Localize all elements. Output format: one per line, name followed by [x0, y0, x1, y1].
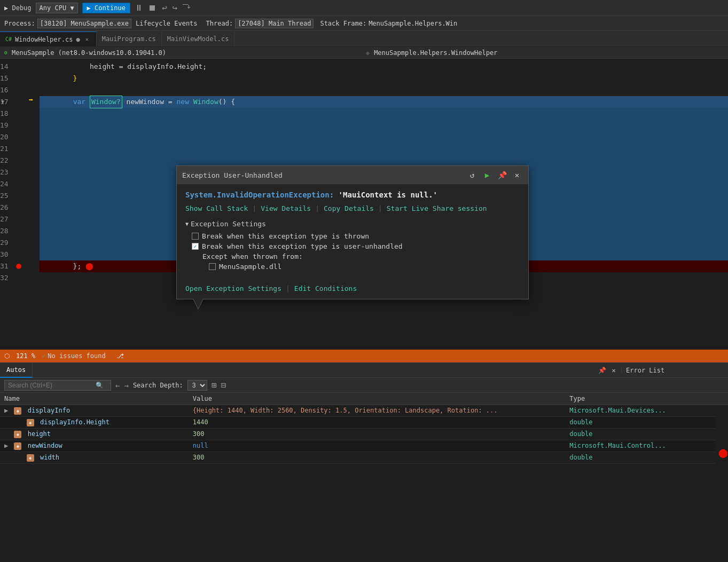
- var-name-height: displayInfo.Height: [40, 418, 109, 426]
- cell-type-height2: double: [565, 428, 716, 440]
- gutter-20: [27, 129, 35, 141]
- panel-pin-btn[interactable]: 📌: [597, 365, 607, 376]
- editor-area: 14 15 16 💡 ▼ 17 18 19 20 21 22 23 24 25 …: [0, 59, 728, 350]
- popup-header: Exception User-Unhandled ↺ ▶ 📌 ✕: [177, 166, 528, 184]
- tab-close-windowhelper[interactable]: ✕: [83, 36, 91, 43]
- nav-bar: ⚙ MenuSapmple (net8.0-windows10.0.19041.…: [0, 47, 728, 59]
- stackframe-label: Stack Frame:: [320, 20, 366, 27]
- breakpoint-31[interactable]: [16, 264, 21, 269]
- expand-arrow-newwindow[interactable]: ▶: [4, 442, 8, 449]
- popup-play-btn[interactable]: ▶: [481, 169, 493, 181]
- tab-label-main: MainViewModel.cs: [167, 35, 229, 43]
- tab-mainviewmodel[interactable]: MainViewModel.cs: [162, 31, 235, 46]
- line-31: 31: [0, 260, 22, 272]
- nav-back-btn[interactable]: ←: [115, 381, 120, 390]
- current-line-arrow: ➡: [29, 96, 33, 104]
- code-line-22: [40, 155, 728, 167]
- debug-icon-status: ⬡: [4, 352, 10, 360]
- error-list-label: Error List: [621, 367, 728, 374]
- gutter-25: [27, 188, 35, 200]
- namespace-selector[interactable]: MenuSapmple (net8.0-windows10.0.19041.0): [12, 49, 362, 57]
- gutter-31: [27, 258, 35, 270]
- gutter-17-arrow: ➡: [27, 94, 35, 106]
- pin-search-btn[interactable]: ⊞: [212, 380, 217, 390]
- popup-body: System.InvalidOperationException: 'MauiC…: [177, 184, 528, 282]
- expand-arrow-height2[interactable]: ▶: [4, 430, 8, 438]
- issues-text: No issues found: [48, 352, 105, 360]
- checkbox1-label: Break when this exception type is thrown: [202, 232, 369, 240]
- popup-pin-btn[interactable]: 📌: [496, 169, 508, 181]
- popup-title: Exception User-Unhandled: [182, 171, 283, 179]
- copy-details-link[interactable]: Copy Details: [324, 204, 374, 212]
- cpu-dropdown[interactable]: Any CPU ▼: [36, 3, 78, 13]
- zoom-level[interactable]: 121 %: [16, 352, 35, 360]
- top-toolbar: ▶ Debug Any CPU ▼ ▶ Continue ⏸ ⏹ ↩ ↪ ⤵: [0, 0, 728, 16]
- gutter-15: [27, 70, 35, 82]
- cell-value-newwindow[interactable]: null: [189, 440, 565, 452]
- triangle-icon: ▼: [185, 221, 189, 227]
- expand-arrow-displayinfo[interactable]: ▶: [4, 407, 8, 414]
- search-depth-select[interactable]: 3 1 2 4 5: [187, 380, 207, 391]
- cell-name-height: ▶ ◈ displayInfo.Height: [0, 416, 189, 428]
- process-select[interactable]: [38120] MenuSapmple.exe: [37, 19, 131, 28]
- exception-links: Show Call Stack | View Details | Copy De…: [185, 204, 520, 212]
- cell-value-width[interactable]: 300: [189, 452, 565, 463]
- gutter-24: [27, 176, 35, 188]
- nav-forward-btn[interactable]: →: [124, 381, 128, 390]
- tabs-bar: C# WindowHelper.cs ● ✕ MauiProgram.cs Ma…: [0, 31, 728, 47]
- git-icon[interactable]: ⎇: [116, 352, 124, 360]
- table-row: ▶ ◈ displayInfo {Height: 1440, Width: 25…: [0, 405, 728, 416]
- gutter: ➡: [27, 59, 35, 350]
- code-line-20: [40, 131, 728, 143]
- col-type: Type: [565, 393, 716, 405]
- line-25: 25: [0, 190, 22, 202]
- cell-name-width: ▶ ◈ width: [0, 452, 189, 463]
- show-callstack-link[interactable]: Show Call Stack: [185, 204, 248, 212]
- checkbox-user-unhandled[interactable]: ✓: [192, 243, 199, 250]
- line-29: 29: [0, 237, 22, 249]
- panel-close-btn[interactable]: ✕: [608, 365, 619, 376]
- open-exception-settings-link[interactable]: Open Exception Settings: [185, 284, 281, 292]
- tab-mauiprogram[interactable]: MauiProgram.cs: [97, 31, 162, 46]
- search-icon[interactable]: 🔍: [96, 382, 104, 389]
- var-icon-height: ◈: [27, 419, 34, 426]
- checkbox-thrown[interactable]: [192, 233, 199, 240]
- exception-popup: Exception User-Unhandled ↺ ▶ 📌 ✕ System.…: [176, 165, 529, 299]
- classname-selector[interactable]: MenuSapmple.Helpers.WindowHelper: [374, 49, 724, 57]
- checkbox-dll[interactable]: [209, 263, 216, 270]
- no-issues: ✓ No issues found: [42, 352, 106, 360]
- thread-select[interactable]: [27048] Main Thread: [235, 19, 314, 28]
- nav-icon: ⚙: [4, 50, 7, 56]
- live-share-link[interactable]: Start Live Share session: [387, 204, 487, 212]
- popup-close-btn[interactable]: ✕: [511, 169, 523, 181]
- cell-value-displayinfo[interactable]: {Height: 1440, Width: 2560, Density: 1.5…: [189, 405, 565, 416]
- panel-tab-autos[interactable]: Autos: [0, 363, 33, 378]
- tab-windowhelper[interactable]: C# WindowHelper.cs ● ✕: [0, 31, 97, 46]
- tab-modified: ●: [76, 36, 80, 43]
- line-22: 22: [0, 155, 22, 167]
- gutter-18: [27, 106, 35, 117]
- expand-arrow-height[interactable]: ▶: [17, 418, 20, 426]
- edit-conditions-link[interactable]: Edit Conditions: [294, 284, 357, 292]
- expand-arrow-17[interactable]: ▼: [1, 96, 4, 108]
- exception-title: System.InvalidOperationException: 'MauiC…: [185, 191, 520, 199]
- lifecycle-btn[interactable]: Lifecycle Events: [134, 20, 200, 27]
- search-input[interactable]: [8, 382, 93, 389]
- view-details-link[interactable]: View Details: [261, 204, 311, 212]
- line-16: 16: [0, 84, 22, 96]
- expand-arrow-width[interactable]: ▶: [17, 454, 20, 461]
- error-icon-bottom: ⬤: [718, 448, 726, 455]
- col-name: Name: [0, 393, 189, 405]
- gutter-28: [27, 223, 35, 235]
- continue-btn[interactable]: ▶ Continue: [82, 3, 130, 13]
- cell-value-height2[interactable]: 300: [189, 428, 565, 440]
- cell-value-height[interactable]: 1440: [189, 416, 565, 428]
- expand-all-btn[interactable]: ⊟: [221, 380, 226, 390]
- autos-tab-label: Autos: [6, 366, 26, 374]
- cell-type-displayinfo: Microsoft.Maui.Devices...: [565, 405, 716, 416]
- var-name-newwindow: newWindow: [28, 442, 62, 449]
- popup-back-btn[interactable]: ↺: [466, 169, 478, 181]
- exception-type: System.InvalidOperationException:: [185, 191, 334, 199]
- gutter-26: [27, 200, 35, 211]
- checkbox2-row: ✓ Break when this exception type is user…: [192, 242, 520, 250]
